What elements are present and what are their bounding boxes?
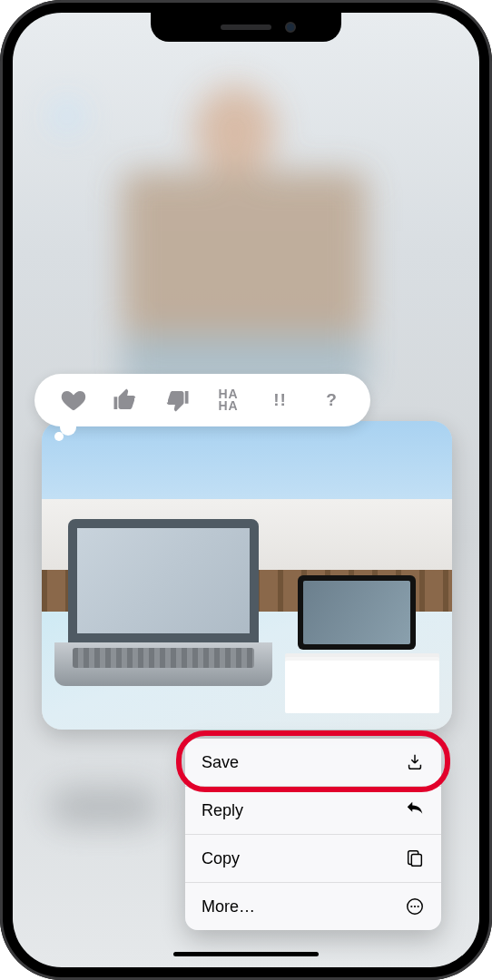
- photo-tablet: [298, 575, 416, 650]
- svg-point-4: [418, 906, 419, 907]
- thumbs-up-icon: [112, 387, 139, 414]
- copy-icon: [405, 848, 425, 868]
- menu-more[interactable]: More…: [185, 882, 441, 930]
- menu-save-label: Save: [202, 753, 239, 772]
- tapback-thumbs-down[interactable]: [162, 385, 192, 416]
- front-camera: [285, 22, 296, 33]
- tapback-bar: HA HA !! ?: [34, 374, 370, 426]
- tapback-emphasis[interactable]: !!: [265, 385, 296, 416]
- tapback-heart[interactable]: [58, 385, 89, 416]
- svg-point-2: [410, 906, 412, 907]
- screen: HA HA !! ?: [13, 13, 479, 967]
- photo-papers: [285, 661, 439, 713]
- tapback-haha[interactable]: HA HA: [213, 385, 244, 416]
- speaker-grille: [221, 24, 271, 30]
- message-photo[interactable]: [42, 421, 452, 730]
- svg-rect-0: [411, 854, 421, 866]
- download-icon: [405, 752, 425, 772]
- menu-save[interactable]: Save: [185, 739, 441, 786]
- emphasis-icon: !!: [273, 394, 287, 406]
- context-menu: Save Reply Copy More…: [185, 739, 441, 930]
- menu-reply-label: Reply: [202, 801, 243, 820]
- iphone-frame: HA HA !! ?: [0, 0, 492, 980]
- photo-laptop: [54, 519, 272, 701]
- heart-icon: [60, 387, 87, 414]
- tapback-thumbs-up[interactable]: [110, 385, 141, 416]
- menu-reply[interactable]: Reply: [185, 786, 441, 834]
- menu-copy[interactable]: Copy: [185, 834, 441, 882]
- home-indicator[interactable]: [173, 952, 319, 956]
- haha-icon: HA HA: [218, 388, 238, 413]
- svg-point-3: [414, 906, 416, 907]
- thumbs-down-icon: [163, 387, 191, 414]
- reply-icon: [405, 800, 425, 820]
- question-icon: ?: [326, 394, 338, 406]
- more-icon: [405, 897, 425, 916]
- notch: [151, 13, 341, 42]
- menu-more-label: More…: [202, 897, 255, 916]
- tapback-question[interactable]: ?: [317, 385, 348, 416]
- menu-copy-label: Copy: [202, 849, 240, 868]
